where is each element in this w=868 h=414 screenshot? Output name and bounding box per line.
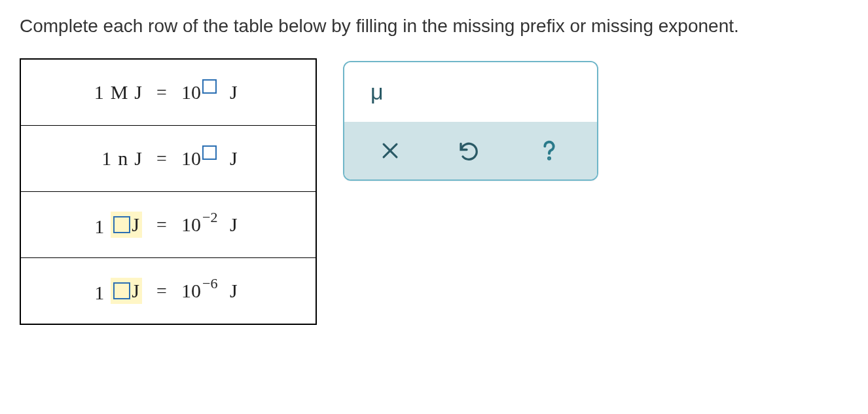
prefix-input-wrap: J	[111, 278, 142, 304]
base-ten: 10	[181, 147, 201, 170]
tool-panel: μ	[343, 61, 598, 181]
base-ten: 10	[181, 214, 201, 236]
help-button[interactable]	[532, 134, 566, 168]
unit-right: J	[230, 214, 238, 236]
prefix: M	[111, 81, 128, 104]
unit-right: J	[230, 81, 238, 104]
equals-sign: =	[142, 148, 181, 169]
unit-left: J	[134, 81, 142, 104]
clear-button[interactable]	[375, 136, 405, 166]
equation-table: 1 M J = 10 J 1 n	[20, 58, 317, 325]
unit-left: J	[134, 147, 142, 170]
content-row: 1 M J = 10 J 1 n	[20, 58, 848, 325]
prefix: n	[118, 147, 128, 170]
table-row: 1 J = 10 −2 J	[21, 192, 316, 257]
prefix-input[interactable]	[113, 216, 130, 233]
exponent-input[interactable]	[202, 79, 217, 94]
base-ten: 10	[181, 280, 201, 302]
exponent: −6	[202, 275, 217, 292]
mu-button[interactable]: μ	[364, 77, 390, 107]
close-icon	[379, 140, 401, 162]
exponent: −2	[202, 209, 217, 226]
unit-right: J	[230, 147, 238, 170]
prefix-input[interactable]	[113, 282, 130, 299]
tool-panel-top: μ	[344, 62, 597, 122]
coefficient: 1	[94, 216, 104, 238]
coefficient: 1	[94, 282, 104, 304]
help-icon	[536, 138, 562, 164]
instruction-text: Complete each row of the table below by …	[20, 13, 848, 39]
equals-sign: =	[142, 280, 181, 301]
equals-sign: =	[142, 214, 181, 235]
coefficient: 1	[94, 81, 104, 104]
equals-sign: =	[142, 82, 181, 103]
unit-right: J	[230, 280, 238, 302]
svg-point-2	[549, 158, 550, 159]
exponent-input[interactable]	[202, 145, 217, 160]
undo-button[interactable]	[453, 135, 484, 166]
table-row: 1 n J = 10 J	[21, 126, 316, 191]
unit-left: J	[132, 280, 139, 302]
table-row: 1 M J = 10 J	[21, 60, 316, 125]
coefficient: 1	[101, 147, 111, 170]
table-row: 1 J = 10 −6 J	[21, 258, 316, 324]
tool-panel-bottom	[344, 122, 597, 179]
unit-left: J	[132, 214, 139, 236]
prefix-input-wrap: J	[111, 212, 142, 238]
base-ten: 10	[181, 81, 201, 104]
undo-icon	[457, 139, 480, 162]
